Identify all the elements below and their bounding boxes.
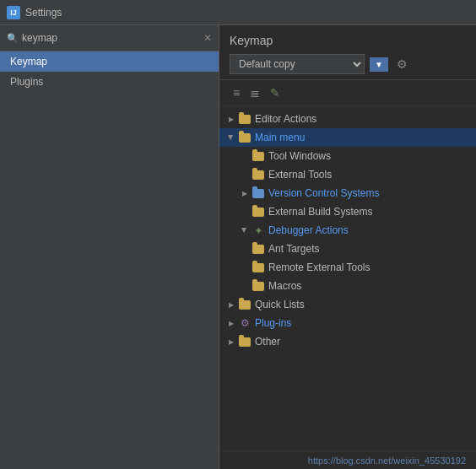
- expand-all-button[interactable]: ≣: [246, 85, 263, 100]
- dropdown-arrow-button[interactable]: ▼: [370, 57, 388, 72]
- search-bar: 🔍 ✕: [0, 25, 219, 51]
- label-main-menu: Main menu: [255, 132, 305, 143]
- sidebar-item-keymap[interactable]: Keymap: [0, 51, 219, 72]
- sidebar-item-plugins-label: Plugins: [10, 76, 43, 88]
- search-clear-icon[interactable]: ✕: [203, 32, 212, 44]
- arrow-quick-lists: ▶: [226, 299, 236, 310]
- label-macros: Macros: [268, 280, 301, 292]
- folder-icon-external-build: [252, 205, 265, 218]
- sidebar-item-keymap-label: Keymap: [10, 56, 47, 67]
- tree-item-other[interactable]: ▶ Other: [219, 332, 476, 351]
- folder-icon-quick-lists: [238, 298, 252, 311]
- tree-item-external-build[interactable]: ▶ External Build Systems: [219, 202, 476, 221]
- label-ant-targets: Ant Targets: [268, 243, 319, 255]
- title-bar: IJ Settings: [0, 0, 476, 25]
- sidebar: 🔍 ✕ Keymap Plugins: [0, 25, 219, 469]
- arrow-debugger-actions: ▶: [240, 225, 250, 235]
- tree-item-editor-actions[interactable]: ▶ Editor Actions: [219, 110, 476, 128]
- label-external-build: External Build Systems: [268, 206, 372, 218]
- settings-gear-button[interactable]: ⚙: [393, 56, 411, 73]
- footer-link: https://blog.csdn.net/weixin_45530192: [308, 456, 466, 466]
- tree-item-external-tools[interactable]: ▶ External Tools: [219, 165, 476, 184]
- folder-icon-main-menu: [238, 131, 252, 144]
- tree-item-tool-windows[interactable]: ▶ Tool Windows: [219, 147, 476, 165]
- sidebar-items: Keymap Plugins: [0, 51, 219, 469]
- tree-item-macros[interactable]: ▶ Macros: [219, 277, 476, 295]
- keymap-select-row: Default copy Default Mac OS X Mac OS X 1…: [230, 54, 466, 74]
- label-external-tools: External Tools: [268, 169, 332, 181]
- label-debugger-actions: Debugger Actions: [268, 224, 349, 236]
- keymap-tree: ▶ Editor Actions ▶ Main menu ▶: [219, 106, 476, 451]
- folder-icon-tool-windows: [252, 149, 265, 163]
- tree-item-main-menu[interactable]: ▶ Main menu: [219, 128, 476, 147]
- label-quick-lists: Quick Lists: [255, 299, 305, 310]
- keymap-dropdown[interactable]: Default copy Default Mac OS X Mac OS X 1…: [230, 54, 365, 74]
- label-plug-ins: Plug-ins: [255, 317, 291, 329]
- tree-toolbar: ≡ ≣ ✎: [219, 80, 476, 106]
- folder-icon-ant-targets: [252, 242, 265, 256]
- arrow-version-control: ▶: [240, 188, 250, 198]
- arrow-main-menu: ▶: [226, 132, 236, 143]
- search-input[interactable]: [22, 32, 203, 44]
- arrow-plug-ins: ▶: [226, 318, 236, 328]
- folder-icon-other: [238, 335, 252, 348]
- search-icon: 🔍: [7, 33, 19, 44]
- tree-item-debugger-actions[interactable]: ▶ ✦ Debugger Actions: [219, 221, 476, 240]
- sidebar-item-plugins[interactable]: Plugins: [0, 72, 219, 92]
- folder-icon-macros: [252, 279, 265, 293]
- folder-icon-external-tools: [252, 168, 265, 181]
- label-editor-actions: Editor Actions: [255, 113, 316, 125]
- content-panel: Keymap Default copy Default Mac OS X Mac…: [219, 25, 476, 469]
- tree-item-remote-external[interactable]: ▶ Remote External Tools: [219, 258, 476, 277]
- label-version-control: Version Control Systems: [268, 187, 379, 199]
- footer: https://blog.csdn.net/weixin_45530192: [219, 451, 476, 469]
- arrow-other: ▶: [226, 337, 236, 347]
- folder-icon-editor-actions: [238, 112, 252, 126]
- tree-item-version-control[interactable]: ▶ Version Control Systems: [219, 184, 476, 202]
- tree-item-ant-targets[interactable]: ▶ Ant Targets: [219, 240, 476, 258]
- collapse-all-button[interactable]: ≡: [230, 85, 243, 100]
- main-container: 🔍 ✕ Keymap Plugins Keymap Default copy D…: [0, 25, 476, 469]
- tree-item-quick-lists[interactable]: ▶ Quick Lists: [219, 295, 476, 314]
- label-remote-external: Remote External Tools: [268, 261, 371, 273]
- label-other: Other: [255, 336, 280, 348]
- app-icon: IJ: [7, 6, 20, 19]
- edit-button[interactable]: ✎: [267, 85, 284, 100]
- content-header: Keymap Default copy Default Mac OS X Mac…: [219, 25, 476, 80]
- folder-icon-version-control: [252, 186, 265, 200]
- icon-debugger-actions: ✦: [252, 224, 265, 237]
- tree-item-plug-ins[interactable]: ▶ ⚙ Plug-ins: [219, 314, 476, 332]
- icon-plug-ins: ⚙: [238, 316, 252, 330]
- folder-icon-remote-external: [252, 261, 265, 274]
- content-title: Keymap: [230, 34, 466, 47]
- label-tool-windows: Tool Windows: [268, 150, 331, 162]
- arrow-editor-actions: ▶: [226, 114, 236, 124]
- window-title: Settings: [25, 7, 62, 19]
